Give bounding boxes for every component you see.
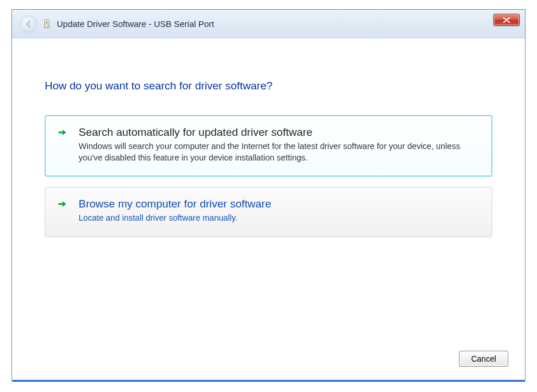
dialog-footer: Cancel [459,351,508,367]
options-group: Search automatically for updated driver … [45,115,492,237]
back-arrow-icon [25,20,33,28]
option-browse-computer[interactable]: Browse my computer for driver software L… [45,187,492,237]
content-pane: How do you want to search for driver sof… [13,52,524,379]
window-title: Update Driver Software - USB Serial Port [57,19,214,29]
close-icon [503,17,510,23]
titlebar: Update Driver Software - USB Serial Port [12,10,525,38]
option-search-automatically[interactable]: Search automatically for updated driver … [45,115,492,177]
option-title: Browse my computer for driver software [79,198,479,210]
option-title: Search automatically for updated driver … [79,126,479,139]
arrow-right-icon [58,199,68,224]
option-body: Search automatically for updated driver … [79,126,479,163]
cancel-button[interactable]: Cancel [459,351,508,367]
back-button[interactable] [20,15,37,33]
option-description: Locate and install driver software manua… [79,213,479,224]
arrow-right-icon [58,128,68,163]
option-description: Windows will search your computer and th… [79,141,479,163]
close-button[interactable] [493,14,520,26]
page-heading: How do you want to search for driver sof… [45,80,524,92]
device-icon [43,18,51,30]
option-body: Browse my computer for driver software L… [79,198,479,224]
dialog-window: Update Driver Software - USB Serial Port… [11,9,526,381]
